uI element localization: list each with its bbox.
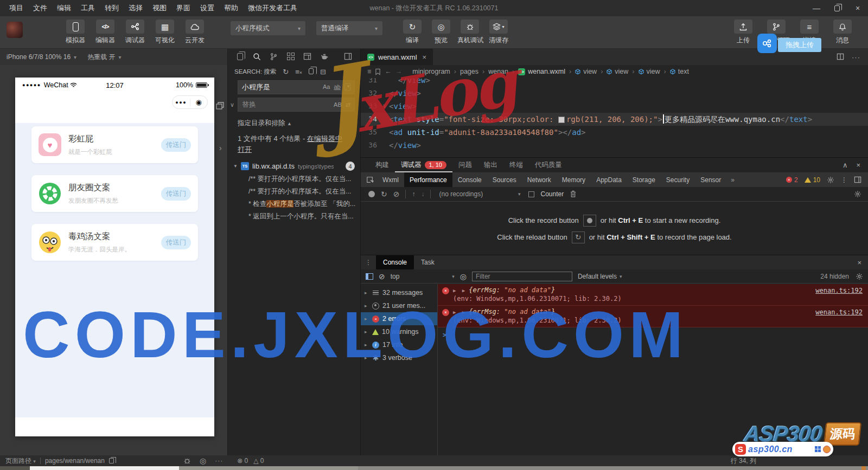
trash-icon[interactable] <box>570 190 577 198</box>
console-filter-verbose[interactable]: ▸✱3 verbose <box>361 351 437 364</box>
menu-tools[interactable]: 工具 <box>76 3 100 13</box>
whole-word-icon[interactable]: ab <box>334 83 340 91</box>
clear-results-icon[interactable]: ≡× <box>295 68 302 76</box>
tab-close-icon[interactable]: × <box>423 53 427 61</box>
counter-checkbox[interactable] <box>528 191 534 197</box>
editor-button[interactable]: </>编辑器 <box>93 19 118 45</box>
visualization-button[interactable]: ▦可视化 <box>152 19 177 45</box>
editor-tab-wenan-wxml[interactable]: <> wenan.wxml × <box>361 49 433 65</box>
search-result-row[interactable]: /** 要打开的小程序版本。仅在当... <box>228 173 360 185</box>
save-profile-icon[interactable]: ↓ <box>421 190 424 198</box>
console-filter-error[interactable]: ▸×2 errors <box>361 312 437 325</box>
multi-window-icon[interactable] <box>215 101 225 110</box>
open-editor-icon[interactable] <box>309 68 314 76</box>
panel-tab-output[interactable]: 输出 <box>478 158 503 172</box>
minimize-button[interactable]: — <box>806 0 827 16</box>
devtools-tab-sources[interactable]: Sources <box>487 172 522 187</box>
cursor-position[interactable]: 行 34, 列 <box>731 456 756 466</box>
portal-button[interactable]: 传送门 <box>161 236 191 249</box>
code-line-34[interactable]: 34<text style="font-size: 30rpx;color: r… <box>361 113 868 126</box>
breadcrumb-node[interactable]: view <box>639 68 660 75</box>
plugin-teapot-icon[interactable] <box>320 52 329 61</box>
panel-expand-chevron[interactable]: › <box>219 144 222 152</box>
breadcrumb-node[interactable]: view <box>575 68 597 75</box>
source-link[interactable]: wenan.ts:192 <box>815 287 863 302</box>
panel-tab-build[interactable]: 构建 <box>369 158 395 172</box>
warning-count[interactable]: 10 <box>805 176 820 184</box>
panel-tab-quality[interactable]: 代码质量 <box>529 158 568 172</box>
page-path-select[interactable]: 页面路径 ▾ <box>5 456 36 466</box>
preview-button[interactable]: ◎预览 <box>429 19 454 45</box>
devtools-tab-console[interactable]: Console <box>452 172 487 187</box>
upload-button[interactable]: 上传 <box>731 19 756 45</box>
filter-input[interactable] <box>472 272 572 281</box>
devtools-tab-memory[interactable]: Memory <box>557 172 591 187</box>
close-button[interactable]: × <box>847 0 868 16</box>
devtools-tab-performance[interactable]: Performance <box>404 172 452 187</box>
console-tab-console[interactable]: Console <box>376 255 414 269</box>
panel-tab-debugger[interactable]: 调试器1, 10 <box>395 158 452 172</box>
regex-icon[interactable]: .* <box>344 83 350 91</box>
console-filter-user[interactable]: ▸21 user mes... <box>361 299 437 312</box>
compile-button[interactable]: ↻编译 <box>400 19 425 45</box>
nav-back-icon[interactable]: ← <box>385 68 392 75</box>
restore-button[interactable] <box>827 0 847 16</box>
extensions-icon[interactable] <box>286 52 295 61</box>
console-error-row[interactable]: ×▶ ▶{errMsg: "no ad data"}(env: Windows,… <box>438 284 868 306</box>
breadcrumb-node[interactable]: text <box>670 68 689 75</box>
code-line-36[interactable]: 36</view> <box>361 139 868 152</box>
console-tab-task[interactable]: Task <box>414 255 442 269</box>
menu-goto[interactable]: 转到 <box>100 3 124 13</box>
console-prompt[interactable]: > <box>438 327 868 343</box>
record-button[interactable] <box>368 191 375 197</box>
menu-edit[interactable]: 编辑 <box>52 3 76 13</box>
breadcrumb-file[interactable]: <>wenan.wxml <box>518 68 565 75</box>
more-menu-button[interactable]: ●●● <box>173 100 190 105</box>
debugger-button[interactable]: 调试器 <box>123 19 148 45</box>
source-link[interactable]: wenan.ts:192 <box>815 308 863 324</box>
search-result-file[interactable]: ▼ TS lib.wx.api.d.ts typings\types\... 4 <box>228 155 360 173</box>
devtools-tab-sensor[interactable]: Sensor <box>695 172 726 187</box>
portal-button[interactable]: 传送门 <box>161 187 191 201</box>
menu-file[interactable]: 文件 <box>28 3 52 13</box>
breadcrumb-item[interactable]: pages <box>460 68 478 75</box>
git-branch-icon[interactable] <box>269 52 278 61</box>
devtools-tab-appdata[interactable]: AppData <box>591 172 627 187</box>
fold-icon[interactable]: ∨ <box>380 100 389 113</box>
breadcrumb-item[interactable]: wenan <box>488 68 508 75</box>
files-icon[interactable] <box>235 52 245 61</box>
panel-tab-terminal[interactable]: 终端 <box>503 158 529 172</box>
menu-select[interactable]: 选择 <box>124 3 148 13</box>
window-icon[interactable] <box>303 52 312 61</box>
copy-path-icon[interactable] <box>109 458 114 463</box>
debug-status-icon[interactable] <box>183 457 191 465</box>
sidebar-toggle-icon[interactable] <box>366 273 373 280</box>
console-filter-info[interactable]: ▸i17 info <box>361 338 437 351</box>
menu-devtools[interactable]: 微信开发者工具 <box>243 3 302 13</box>
simulator-button[interactable]: 模拟器 <box>63 19 88 45</box>
replace-all-icon[interactable]: ⇄ <box>346 101 350 108</box>
menu-help[interactable]: 帮助 <box>219 3 243 13</box>
messages-button[interactable]: 消息 <box>830 19 855 45</box>
error-count[interactable]: ×2 <box>786 176 798 184</box>
more-tabs-icon[interactable]: » <box>726 176 739 184</box>
more-actions-icon[interactable]: ··· <box>852 53 860 61</box>
close-console-icon[interactable]: × <box>857 259 868 267</box>
menu-project[interactable]: 项目 <box>4 3 28 13</box>
devtools-tab-network[interactable]: Network <box>522 172 557 187</box>
portal-button[interactable]: 传送门 <box>161 138 191 152</box>
preview-status-icon[interactable]: ◎ <box>200 456 206 465</box>
user-avatar[interactable] <box>7 22 23 38</box>
recordings-select[interactable]: (no recordings) ▾ <box>437 189 522 199</box>
home-button[interactable]: ◉ <box>190 98 208 106</box>
search-details-toggle[interactable]: 指定目录和排除 ▲ <box>228 115 360 128</box>
search-icon[interactable] <box>252 52 261 61</box>
levels-select[interactable]: Default levels ▾ <box>578 273 622 280</box>
search-result-row[interactable]: /** 要打开的小程序版本。仅在当... <box>228 185 360 198</box>
collapse-sidebar-icon[interactable] <box>343 52 353 61</box>
cloud-link-icon[interactable] <box>757 34 777 53</box>
expand-arrows[interactable]: ▶ ▶ <box>453 288 467 293</box>
perf-settings-icon[interactable] <box>854 190 868 198</box>
console-error-row[interactable]: ×▶ ▶{errMsg: "no ad data"}(env: Windows,… <box>438 306 868 327</box>
menu-settings[interactable]: 设置 <box>195 3 219 13</box>
